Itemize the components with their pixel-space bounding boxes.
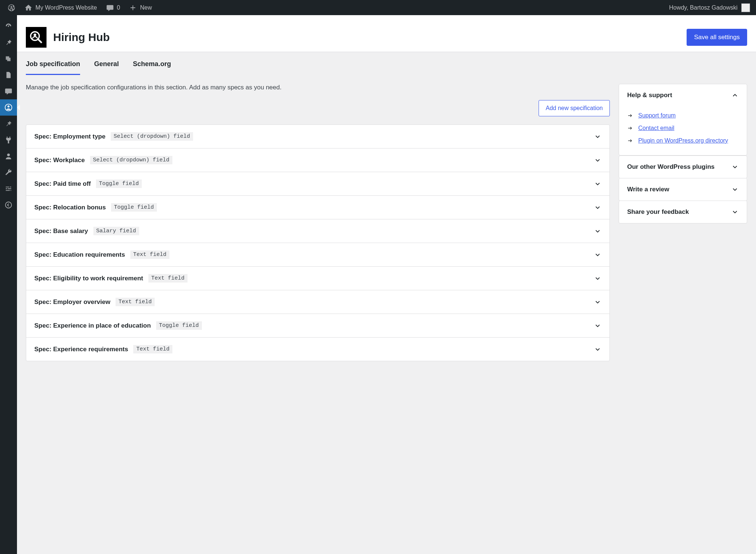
comments-link[interactable]: 0 bbox=[102, 0, 125, 15]
nav-hiring-hub[interactable] bbox=[0, 99, 17, 116]
spec-label: Spec: Workplace bbox=[34, 157, 85, 164]
chevron-down-icon bbox=[594, 346, 601, 353]
spec-row[interactable]: Spec: Experience in place of educationTo… bbox=[26, 314, 609, 338]
new-content-link[interactable]: New bbox=[124, 0, 156, 15]
nav-users[interactable] bbox=[0, 148, 17, 164]
chevron-up-icon bbox=[731, 92, 739, 99]
plus-icon bbox=[129, 4, 137, 12]
spec-type-badge: Select (dropdown) field bbox=[90, 156, 172, 164]
chevron-down-icon bbox=[594, 298, 601, 306]
spec-row[interactable]: Spec: Base salarySalary field bbox=[26, 219, 609, 243]
spec-label: Spec: Eligibility to work requirement bbox=[34, 275, 143, 282]
help-link[interactable]: Plugin on WordPress.org directory bbox=[638, 137, 728, 144]
arrow-right-icon bbox=[627, 113, 633, 119]
nav-collapse[interactable] bbox=[0, 197, 17, 213]
chevron-down-icon bbox=[731, 163, 739, 171]
save-all-button[interactable]: Save all settings bbox=[687, 29, 747, 46]
help-link[interactable]: Contact email bbox=[638, 125, 674, 131]
nav-settings[interactable] bbox=[0, 181, 17, 197]
nav-dashboard[interactable] bbox=[0, 18, 17, 34]
chevron-down-icon bbox=[594, 180, 601, 188]
spec-type-badge: Text field bbox=[133, 345, 172, 353]
help-link-row: Support forum bbox=[627, 109, 739, 122]
chevron-down-icon bbox=[594, 251, 601, 259]
gauge-icon bbox=[4, 22, 13, 30]
arrow-right-icon bbox=[627, 138, 633, 144]
panel-header[interactable]: Write a review bbox=[619, 178, 747, 201]
panel-title: Help & support bbox=[627, 92, 672, 99]
tab-schema-org[interactable]: Schema.org bbox=[133, 60, 171, 75]
spec-row[interactable]: Spec: Employer overviewText field bbox=[26, 290, 609, 314]
tab-job-specification[interactable]: Job specification bbox=[26, 60, 80, 75]
sliders-icon bbox=[4, 185, 13, 193]
plugin-logo bbox=[26, 27, 47, 48]
chevron-down-icon bbox=[594, 228, 601, 235]
home-icon bbox=[24, 4, 32, 12]
nav-appearance[interactable] bbox=[0, 116, 17, 132]
help-link-row: Contact email bbox=[627, 122, 739, 134]
spec-type-badge: Toggle field bbox=[156, 321, 202, 330]
spec-row[interactable]: Spec: WorkplaceSelect (dropdown) field bbox=[26, 148, 609, 172]
greeting-text: Howdy, Bartosz Gadowski bbox=[669, 4, 738, 11]
tab-general[interactable]: General bbox=[94, 60, 119, 75]
pages-icon bbox=[4, 71, 13, 79]
spec-type-badge: Text field bbox=[130, 250, 169, 259]
spec-type-badge: Salary field bbox=[93, 227, 139, 235]
spec-type-badge: Select (dropdown) field bbox=[111, 132, 193, 141]
svg-point-3 bbox=[6, 202, 12, 208]
spec-row[interactable]: Spec: Relocation bonusToggle field bbox=[26, 196, 609, 219]
spec-label: Spec: Experience requirements bbox=[34, 346, 128, 353]
nav-media[interactable] bbox=[0, 51, 17, 67]
chevron-down-icon bbox=[594, 322, 601, 329]
pin-icon bbox=[4, 38, 13, 47]
spec-list: Spec: Employment typeSelect (dropdown) f… bbox=[26, 124, 610, 361]
spec-label: Spec: Employment type bbox=[34, 133, 106, 140]
spec-row[interactable]: Spec: Education requirementsText field bbox=[26, 243, 609, 267]
wp-logo-menu[interactable] bbox=[3, 0, 20, 15]
arrow-right-icon bbox=[627, 125, 633, 131]
add-specification-button[interactable]: Add new specification bbox=[539, 100, 610, 116]
panel-title: Share your feedback bbox=[627, 208, 689, 216]
comment-icon bbox=[4, 87, 13, 95]
person-icon bbox=[4, 152, 13, 160]
spec-row[interactable]: Spec: Paid time offToggle field bbox=[26, 172, 609, 196]
comments-count: 0 bbox=[117, 4, 120, 11]
site-name: My WordPress Website bbox=[35, 4, 97, 11]
panel-header[interactable]: Our other WordPress plugins bbox=[619, 156, 747, 178]
panel-title: Write a review bbox=[627, 186, 669, 193]
help-support-panel: Help & support Support forumContact emai… bbox=[619, 84, 747, 155]
help-link[interactable]: Support forum bbox=[638, 112, 676, 119]
tabs: Job specificationGeneralSchema.org bbox=[17, 52, 756, 75]
chevron-down-icon bbox=[731, 208, 739, 216]
spec-type-badge: Text field bbox=[148, 274, 188, 283]
chevron-down-icon bbox=[594, 275, 601, 282]
help-support-header[interactable]: Help & support bbox=[619, 84, 747, 106]
main-content: Hiring Hub Save all settings Job specifi… bbox=[17, 15, 756, 554]
sidebar-panel: Share your feedback bbox=[619, 201, 747, 223]
admin-bar: My WordPress Website 0 New Howdy, Bartos… bbox=[0, 0, 756, 15]
wordpress-icon bbox=[7, 4, 16, 12]
nav-tools[interactable] bbox=[0, 164, 17, 181]
sidebar-panel: Our other WordPress plugins bbox=[619, 155, 747, 178]
panel-header[interactable]: Share your feedback bbox=[619, 201, 747, 223]
site-home-link[interactable]: My WordPress Website bbox=[20, 0, 102, 15]
new-label: New bbox=[140, 4, 152, 11]
spec-type-badge: Text field bbox=[116, 298, 155, 306]
plug-icon bbox=[4, 136, 13, 144]
wrench-icon bbox=[4, 168, 13, 177]
help-link-row: Plugin on WordPress.org directory bbox=[627, 134, 739, 147]
nav-posts[interactable] bbox=[0, 34, 17, 51]
media-icon bbox=[4, 55, 13, 63]
nav-comments[interactable] bbox=[0, 83, 17, 99]
comment-icon bbox=[106, 4, 114, 12]
spec-row[interactable]: Spec: Eligibility to work requirementTex… bbox=[26, 267, 609, 290]
svg-point-1 bbox=[7, 106, 10, 108]
nav-plugins[interactable] bbox=[0, 132, 17, 148]
page-title: Hiring Hub bbox=[53, 31, 110, 44]
nav-pages[interactable] bbox=[0, 67, 17, 83]
sidebar-panels: Help & support Support forumContact emai… bbox=[619, 84, 747, 223]
account-menu[interactable]: Howdy, Bartosz Gadowski bbox=[669, 3, 753, 12]
spec-row[interactable]: Spec: Experience requirementsText field bbox=[26, 338, 609, 361]
spec-row[interactable]: Spec: Employment typeSelect (dropdown) f… bbox=[26, 125, 609, 148]
person-search-icon bbox=[29, 30, 44, 45]
